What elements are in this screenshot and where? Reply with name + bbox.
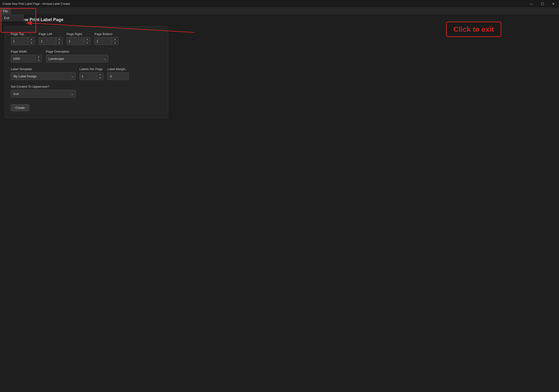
page-bottom-value[interactable]: 1	[95, 39, 112, 43]
page-bottom-up[interactable]: ▲	[112, 37, 118, 41]
create-row: Create	[11, 102, 162, 111]
page-width-group: Page Width 1050 ▲ ▼	[11, 50, 42, 62]
width-orientation-row: Page Width 1050 ▲ ▼ Page Orientation Lan…	[11, 50, 162, 62]
page-right-down[interactable]: ▼	[84, 41, 90, 45]
set-uppercase-select-wrapper: true false	[11, 90, 76, 98]
page-width-up[interactable]: ▲	[36, 55, 42, 59]
labels-per-page-up[interactable]: ▲	[97, 73, 103, 76]
page-top-label: Page Top	[11, 32, 35, 36]
labels-per-page-group: Labels Per Page 1 ▲ ▼	[80, 67, 103, 80]
page-title: Create New Print Label Page	[5, 17, 554, 22]
page-left-spinbox[interactable]: 1 ▲ ▼	[39, 37, 63, 45]
page-top-spinbox[interactable]: 1 ▲ ▼	[11, 37, 35, 45]
page-orientation-select-wrapper: Landscape Portrait	[46, 55, 108, 62]
page-orientation-select[interactable]: Landscape Portrait	[46, 55, 108, 62]
page-width-spinbox[interactable]: 1050 ▲ ▼	[11, 55, 42, 62]
uppercase-row: Set Content To Uppercase? true false	[11, 85, 162, 98]
page-bottom-label: Page Bottom	[94, 32, 118, 36]
template-row: Label Template My Label Design Labels Pe…	[11, 67, 162, 80]
minimize-button[interactable]: —	[526, 0, 537, 8]
page-top-down[interactable]: ▼	[28, 41, 35, 45]
page-left-value[interactable]: 1	[39, 39, 56, 43]
maximize-button[interactable]: ☐	[537, 0, 548, 8]
margins-row: Page Top 1 ▲ ▼ Page Left 1 ▲ ▼	[11, 32, 162, 45]
label-template-group: Label Template My Label Design	[11, 67, 76, 80]
page-right-label: Page Right	[66, 32, 91, 36]
page-width-value[interactable]: 1050	[11, 57, 35, 61]
page-top-group: Page Top 1 ▲ ▼	[11, 32, 35, 45]
label-margin-input[interactable]	[107, 72, 129, 80]
label-template-label: Label Template	[11, 67, 76, 71]
labels-per-page-spinbox[interactable]: 1 ▲ ▼	[80, 72, 103, 80]
page-right-value[interactable]: 1	[67, 39, 84, 43]
set-uppercase-label: Set Content To Uppercase?	[11, 85, 76, 88]
title-bar: Create New Print Label Page - Arrowat La…	[0, 0, 559, 8]
page-left-down[interactable]: ▼	[56, 41, 63, 45]
page-left-label: Page Left	[39, 32, 63, 36]
page-top-up[interactable]: ▲	[28, 37, 35, 41]
page-right-up[interactable]: ▲	[84, 37, 90, 41]
create-button[interactable]: Create	[11, 104, 29, 111]
labels-per-page-value[interactable]: 1	[80, 75, 97, 78]
labels-per-page-down[interactable]: ▼	[97, 76, 103, 80]
page-width-label: Page Width	[11, 50, 42, 53]
page-orientation-group: Page Orientation Landscape Portrait	[46, 50, 108, 62]
file-menu-dropdown: Exit	[0, 14, 24, 21]
form-card: Page Top 1 ▲ ▼ Page Left 1 ▲ ▼	[5, 26, 168, 118]
file-menu[interactable]: File	[0, 8, 11, 14]
main-content: Create New Print Label Page Page Top 1 ▲…	[0, 14, 559, 392]
labels-per-page-label: Labels Per Page	[80, 67, 103, 71]
set-uppercase-group: Set Content To Uppercase? true false	[11, 85, 76, 98]
label-template-select[interactable]: My Label Design	[11, 72, 76, 80]
page-bottom-spinbox[interactable]: 1 ▲ ▼	[94, 37, 118, 45]
page-bottom-down[interactable]: ▼	[112, 41, 118, 45]
exit-menu-item[interactable]: Exit	[0, 15, 24, 21]
label-margin-group: Label Margin	[107, 67, 129, 80]
page-orientation-label: Page Orientation	[46, 50, 108, 53]
menu-bar: File Exit	[0, 8, 559, 14]
label-margin-label: Label Margin	[107, 67, 129, 71]
page-left-up[interactable]: ▲	[56, 37, 63, 41]
window-controls: — ☐ ✕	[526, 0, 559, 8]
close-button[interactable]: ✕	[548, 0, 559, 8]
page-bottom-group: Page Bottom 1 ▲ ▼	[94, 32, 118, 45]
page-width-down[interactable]: ▼	[36, 59, 42, 62]
window-title: Create New Print Label Page - Arrowat La…	[0, 2, 70, 6]
page-right-group: Page Right 1 ▲ ▼	[66, 32, 91, 45]
page-top-value[interactable]: 1	[11, 39, 28, 43]
set-uppercase-select[interactable]: true false	[11, 90, 76, 98]
page-left-group: Page Left 1 ▲ ▼	[39, 32, 63, 45]
page-right-spinbox[interactable]: 1 ▲ ▼	[66, 37, 91, 45]
label-template-select-wrapper: My Label Design	[11, 72, 76, 80]
